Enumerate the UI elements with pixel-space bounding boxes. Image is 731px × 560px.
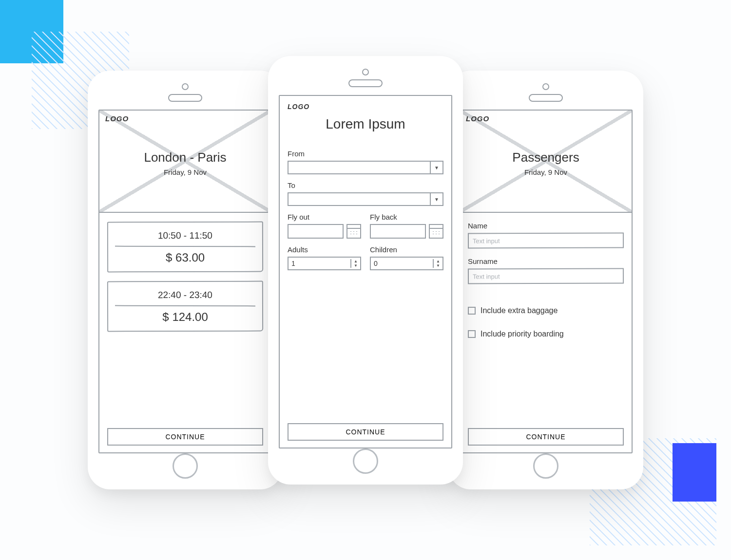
flyback-label: Fly back [370, 213, 443, 221]
logo-text: LOGO [105, 114, 129, 123]
phone-search: LOGO Lorem Ipsum From ▼ To ▼ Fly out [268, 56, 463, 485]
screen-results: LOGO London - Paris Friday, 9 Nov 10:50 … [98, 110, 272, 453]
divider [115, 246, 255, 247]
adults-label: Adults [288, 245, 361, 254]
calendar-icon[interactable] [429, 224, 443, 239]
chevron-down-icon: ▼ [430, 193, 442, 205]
adults-stepper[interactable]: 1 ▲▼ [288, 257, 361, 270]
continue-button[interactable]: CONTINUE [468, 428, 624, 446]
logo-text: LOGO [466, 114, 489, 123]
continue-button[interactable]: CONTINUE [107, 428, 263, 446]
surname-label: Surname [468, 257, 624, 265]
hero-placeholder: LOGO Passengers Friday, 9 Nov [460, 111, 632, 213]
passengers-subtitle: Friday, 9 Nov [524, 168, 567, 176]
name-label: Name [468, 222, 624, 230]
flight-price: $ 63.00 [114, 251, 256, 265]
results-subtitle: Friday, 9 Nov [164, 168, 207, 176]
extra-baggage-checkbox[interactable]: Include extra baggage [468, 306, 624, 315]
checkbox-icon [468, 330, 476, 338]
speaker-slot-icon [348, 79, 383, 87]
flight-times: 10:50 - 11:50 [114, 227, 256, 244]
results-title: London - Paris [144, 150, 226, 165]
flyback-input[interactable] [370, 224, 426, 239]
stepper-arrows-icon: ▲▼ [433, 259, 442, 268]
name-input[interactable]: Text input [468, 232, 624, 248]
home-button-icon[interactable] [533, 453, 558, 479]
priority-boarding-label: Include priority boarding [481, 330, 564, 338]
speaker-slot-icon [168, 94, 202, 102]
divider [115, 305, 255, 307]
phone-passengers: LOGO Passengers Friday, 9 Nov Name Text … [448, 71, 643, 489]
hero-placeholder: LOGO London - Paris Friday, 9 Nov [99, 111, 271, 213]
home-button-icon[interactable] [353, 448, 378, 474]
adults-value: 1 [289, 260, 350, 267]
children-label: Children [370, 245, 443, 254]
home-button-icon[interactable] [173, 453, 198, 479]
logo-text: LOGO [288, 101, 443, 112]
to-select[interactable]: ▼ [288, 192, 443, 206]
stepper-arrows-icon: ▲▼ [350, 259, 360, 268]
flight-price: $ 124.00 [114, 310, 256, 324]
sensor-dot-icon [542, 83, 549, 90]
passengers-title: Passengers [512, 150, 579, 165]
children-value: 0 [371, 260, 433, 267]
flight-times: 22:40 - 23:40 [114, 287, 256, 304]
children-stepper[interactable]: 0 ▲▼ [370, 257, 443, 270]
sensor-dot-icon [182, 83, 189, 90]
extra-baggage-label: Include extra baggage [481, 306, 558, 315]
screen-search: LOGO Lorem Ipsum From ▼ To ▼ Fly out [279, 95, 452, 448]
phone-results: LOGO London - Paris Friday, 9 Nov 10:50 … [88, 71, 283, 489]
flyout-input[interactable] [288, 224, 344, 239]
screen-passengers: LOGO Passengers Friday, 9 Nov Name Text … [459, 110, 633, 453]
search-title: Lorem Ipsum [288, 116, 443, 132]
from-select[interactable]: ▼ [288, 161, 443, 174]
checkbox-icon [468, 307, 476, 315]
to-label: To [288, 181, 443, 189]
speaker-slot-icon [529, 94, 563, 102]
from-label: From [288, 149, 443, 158]
flight-card[interactable]: 10:50 - 11:50 $ 63.00 [107, 222, 263, 273]
calendar-icon[interactable] [346, 224, 361, 239]
surname-input[interactable]: Text input [468, 268, 624, 284]
flyout-label: Fly out [288, 213, 361, 221]
flight-card[interactable]: 22:40 - 23:40 $ 124.00 [107, 281, 263, 332]
sensor-dot-icon [362, 69, 369, 75]
chevron-down-icon: ▼ [430, 162, 442, 173]
continue-button[interactable]: CONTINUE [288, 423, 443, 441]
priority-boarding-checkbox[interactable]: Include priority boarding [468, 330, 624, 338]
